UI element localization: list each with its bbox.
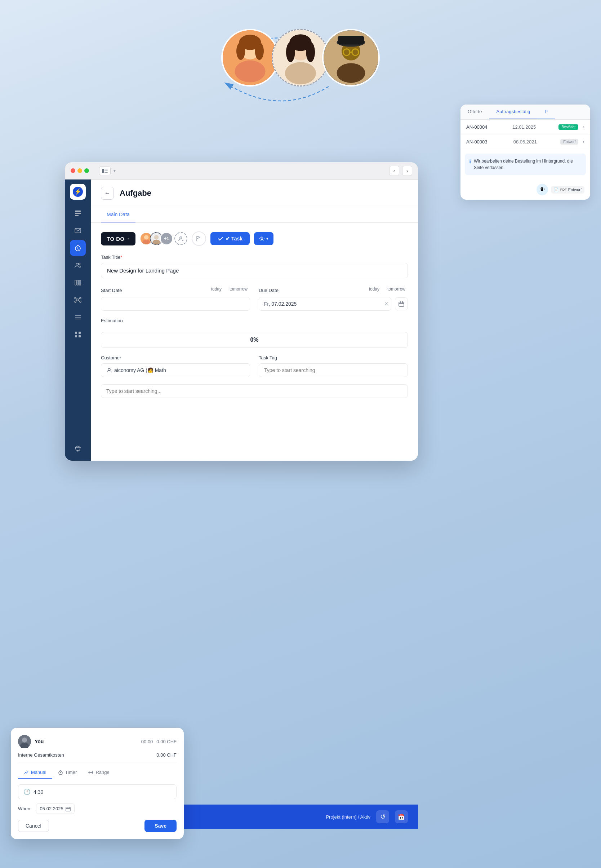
svg-point-62: [154, 235, 159, 239]
popup-tabs: Manual Timer Range: [18, 767, 177, 779]
task-tag-input[interactable]: [259, 363, 408, 377]
popup-cost-display: 0.00 CHF: [156, 739, 177, 744]
estimation-value[interactable]: 0%: [101, 332, 408, 348]
row-chevron-2: ›: [583, 139, 584, 145]
svg-line-46: [76, 298, 77, 300]
sidebar-item-tasks[interactable]: [70, 205, 86, 221]
cancel-button[interactable]: Cancel: [18, 820, 49, 832]
customer-field[interactable]: aiconomy AG (🧑 Math: [101, 363, 250, 377]
minimize-button[interactable]: [78, 168, 82, 173]
offerte-id-1: AN-00004: [466, 124, 508, 130]
timer-refresh-button[interactable]: ↺: [376, 810, 389, 823]
due-date-field: Due Date today tomorrow ×: [259, 286, 408, 311]
start-tomorrow-button[interactable]: tomorrow: [227, 286, 250, 293]
add-assignee-button[interactable]: [174, 232, 188, 245]
gear-button[interactable]: ▾: [254, 232, 273, 245]
svg-point-10: [255, 42, 264, 60]
required-indicator: *: [121, 255, 122, 260]
page-header: ← Aufgabe: [91, 179, 418, 207]
avatar-3: [322, 29, 380, 87]
svg-point-57: [78, 451, 78, 451]
todo-minus-icon: -: [128, 235, 130, 243]
sidebar-item-library[interactable]: [70, 275, 86, 290]
flag-button[interactable]: [192, 231, 206, 246]
sidebar-item-mail[interactable]: [70, 223, 86, 238]
tab-main-data[interactable]: Main Data: [101, 207, 136, 222]
svg-point-68: [22, 738, 27, 743]
task-button[interactable]: ✔ Task: [211, 232, 250, 245]
maximize-button[interactable]: [84, 168, 89, 173]
nav-forward-button[interactable]: ›: [402, 166, 412, 176]
svg-rect-26: [104, 169, 108, 170]
todo-label: TO DO: [107, 236, 125, 242]
nav-back-button[interactable]: ‹: [389, 166, 399, 176]
popup-actions: Cancel Save: [18, 820, 177, 832]
app-logo[interactable]: ⚡: [70, 184, 86, 200]
svg-rect-31: [75, 211, 81, 212]
timer-calendar-button[interactable]: 📅: [395, 810, 408, 823]
due-date-calendar-button[interactable]: [395, 297, 408, 310]
sidebar-item-menu[interactable]: [70, 309, 86, 325]
popup-tab-manual[interactable]: Manual: [18, 767, 52, 779]
dropdown-arrow[interactable]: ▾: [113, 168, 116, 173]
svg-rect-54: [79, 332, 81, 334]
svg-rect-65: [399, 302, 404, 306]
tab-offerte[interactable]: Offerte: [461, 104, 489, 119]
start-today-button[interactable]: today: [209, 286, 224, 293]
window-body: ⚡: [65, 179, 418, 461]
avatar-group: +1: [140, 232, 188, 245]
start-date-field: Start Date today tomorrow: [101, 286, 250, 311]
pdf-badge[interactable]: 📄 PDF Entwurf: [551, 186, 584, 194]
info-icon: ℹ: [469, 159, 471, 164]
svg-rect-32: [75, 213, 81, 214]
chevron-down-icon: ▾: [266, 237, 268, 241]
avatar-count[interactable]: +1: [160, 232, 173, 245]
avatar-2: [272, 29, 329, 87]
offerte-date-2: 08.06.2021: [513, 139, 556, 145]
when-row: When: 05.02.2025: [18, 804, 177, 814]
svg-rect-25: [102, 169, 104, 173]
row-chevron-1: ›: [583, 124, 584, 130]
sidebar-item-announce[interactable]: [70, 440, 86, 456]
due-today-button[interactable]: today: [366, 286, 382, 293]
due-tomorrow-button[interactable]: tomorrow: [385, 286, 408, 293]
popup-tab-range[interactable]: Range: [82, 767, 115, 779]
search-input-bottom[interactable]: [101, 384, 408, 398]
sidebar-item-connections[interactable]: [70, 292, 86, 308]
status-badge-green: Bestätigt: [558, 124, 578, 130]
due-date-input[interactable]: [259, 297, 382, 310]
close-button[interactable]: [71, 168, 75, 173]
svg-point-16: [306, 42, 315, 62]
svg-line-48: [76, 300, 77, 301]
tab-auftragsbestatig[interactable]: Auftragsbestätig: [489, 104, 538, 119]
pdf-label: PDF: [560, 188, 567, 191]
popup-tab-timer[interactable]: Timer: [52, 767, 83, 779]
window-controls: [71, 168, 89, 173]
svg-rect-40: [79, 280, 81, 285]
task-title-input[interactable]: [101, 263, 408, 278]
svg-point-43: [79, 297, 81, 299]
when-date-value: 05.02.2025: [40, 806, 63, 811]
todo-status-badge[interactable]: TO DO -: [101, 232, 136, 246]
task-title-label: Task Title*: [101, 255, 408, 260]
dates-row: Start Date today tomorrow Due Date: [101, 286, 408, 311]
estimation-field: Estimation 0%: [101, 318, 408, 348]
svg-point-44: [75, 301, 76, 303]
eye-icon[interactable]: 👁: [537, 184, 548, 196]
svg-point-59: [144, 235, 148, 239]
svg-point-6: [235, 61, 265, 83]
time-input-field[interactable]: 🕐 4:30: [18, 784, 177, 799]
svg-point-42: [75, 297, 76, 299]
time-entry-popup: You 00:00 0.00 CHF Interne Gesamtkosten …: [11, 728, 184, 839]
sidebar-item-grid[interactable]: [70, 327, 86, 342]
when-date-field[interactable]: 05.02.2025: [36, 804, 75, 814]
start-date-label: Start Date: [101, 288, 122, 293]
save-button[interactable]: Save: [145, 820, 177, 832]
due-date-clear-button[interactable]: ×: [382, 301, 391, 307]
tab-extra[interactable]: P: [537, 104, 555, 119]
sidebar-item-timer[interactable]: [70, 240, 86, 256]
start-date-input[interactable]: [101, 297, 250, 310]
back-button[interactable]: ←: [101, 187, 114, 200]
sidebar-item-users[interactable]: [70, 257, 86, 273]
sidebar-toggle-button[interactable]: [99, 167, 111, 175]
